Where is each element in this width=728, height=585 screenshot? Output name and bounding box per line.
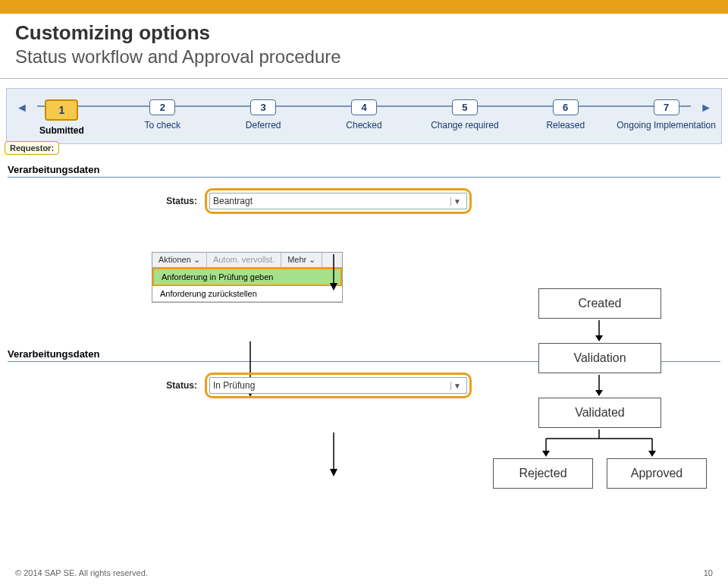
step-4[interactable]: 4 Checked xyxy=(314,99,415,136)
step-5[interactable]: 5 Change required xyxy=(414,99,515,136)
svg-marker-7 xyxy=(595,335,603,341)
step-label: Change required xyxy=(414,120,515,131)
status-combo-highlight: Beantragt ▼ xyxy=(205,188,472,214)
chevron-down-icon: ▼ xyxy=(450,382,463,390)
status-field-row: Status: Beantragt ▼ xyxy=(152,188,728,214)
page-subtitle: Status workflow and Approval procedure xyxy=(15,46,713,68)
step-label: Released xyxy=(515,120,616,131)
status-label: Status: xyxy=(152,380,197,391)
requestor-tooltip: Requestor: xyxy=(5,141,59,155)
step-badge: 5 xyxy=(452,99,478,115)
step-badge: 6 xyxy=(553,99,579,115)
page-title: Customizing options xyxy=(15,21,713,45)
flow-approved: Approved xyxy=(607,458,707,489)
footer: © 2014 SAP SE. All rights reserved. 10 xyxy=(15,568,713,577)
step-badge: 1 xyxy=(45,99,78,121)
step-badge: 7 xyxy=(654,99,679,115)
step-label: Deferred xyxy=(213,120,314,131)
step-label: Checked xyxy=(314,120,415,131)
header: Customizing options Status workflow and … xyxy=(0,14,728,74)
svg-marker-14 xyxy=(542,451,550,457)
status-label: Status: xyxy=(152,196,197,206)
status-combo-highlight: In Prüfung ▼ xyxy=(205,373,472,398)
step-6[interactable]: 6 Released xyxy=(515,99,616,136)
step-label: To check xyxy=(112,120,213,131)
flow-validated: Validated xyxy=(538,398,661,428)
status-combo[interactable]: Beantragt ▼ xyxy=(209,193,467,209)
step-badge: 3 xyxy=(250,99,276,115)
step-1[interactable]: 1 Submitted xyxy=(11,99,112,136)
more-button[interactable]: Mehr ⌄ xyxy=(281,253,322,267)
autocomplete-button[interactable]: Autom. vervollst. xyxy=(207,253,281,267)
step-3[interactable]: 3 Deferred xyxy=(213,99,314,136)
step-label: Ongoing Implementation xyxy=(616,120,717,131)
step-badge: 4 xyxy=(351,99,377,115)
workflow-steps-panel: ◄ ► 1 Submitted 2 To check 3 Deferred 4 … xyxy=(6,88,722,144)
slide: Customizing options Status workflow and … xyxy=(0,0,728,585)
status-value: Beantragt xyxy=(213,196,253,206)
step-label: Submitted xyxy=(11,125,112,136)
actions-menu: Aktionen ⌄ Autom. vervollst. Mehr ⌄ Anfo… xyxy=(152,252,343,303)
page-number: 10 xyxy=(704,568,713,577)
menu-item-defer[interactable]: Anforderung zurückstellen xyxy=(152,286,342,302)
chevron-down-icon: ▼ xyxy=(450,197,463,206)
section-heading: Verarbeitungsdaten xyxy=(0,164,728,175)
svg-marker-15 xyxy=(648,451,656,457)
section-divider xyxy=(8,177,720,178)
arrow-icon xyxy=(326,432,341,478)
menu-toolbar: Aktionen ⌄ Autom. vervollst. Mehr ⌄ xyxy=(152,253,342,268)
step-badge: 2 xyxy=(149,99,175,115)
flow-created: Created xyxy=(538,288,661,319)
arrow-icon xyxy=(592,320,607,343)
status-value: In Prüfung xyxy=(213,380,255,391)
arrow-icon xyxy=(531,429,667,460)
actions-button[interactable]: Aktionen ⌄ xyxy=(152,253,207,267)
steps-row: 1 Submitted 2 To check 3 Deferred 4 Chec… xyxy=(11,99,717,136)
divider xyxy=(0,78,728,79)
status-combo[interactable]: In Prüfung ▼ xyxy=(209,377,467,394)
flow-rejected: Rejected xyxy=(493,458,593,489)
accent-bar xyxy=(0,0,728,14)
step-7[interactable]: 7 Ongoing Implementation xyxy=(616,99,717,136)
menu-item-validate[interactable]: Anforderung in Prüfung geben xyxy=(152,268,342,286)
step-2[interactable]: 2 To check xyxy=(112,99,213,136)
flow-validation: Validation xyxy=(538,343,661,373)
status-field-row: Status: In Prüfung ▼ xyxy=(152,373,728,398)
copyright-text: © 2014 SAP SE. All rights reserved. xyxy=(15,568,148,577)
svg-marker-5 xyxy=(330,469,337,476)
